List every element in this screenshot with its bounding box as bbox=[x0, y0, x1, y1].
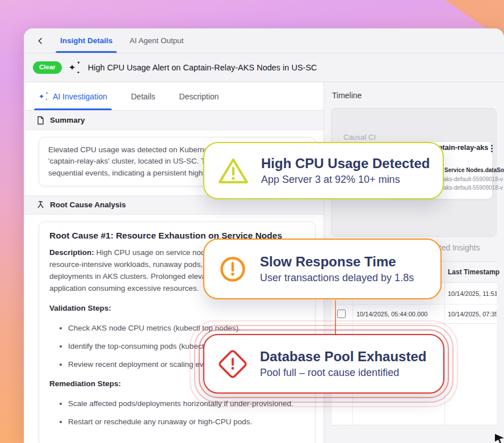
validation-steps-label: Validation Steps: bbox=[49, 303, 305, 315]
ai-sparkle-icon: ✦✦✦ bbox=[69, 61, 81, 74]
insight-title: High CPU Usage Alert on Captain-Relay-AK… bbox=[88, 63, 317, 72]
tab-label: Description bbox=[179, 92, 219, 101]
alert-connector-line bbox=[335, 300, 336, 335]
tab-label: AI Investigation bbox=[53, 92, 107, 101]
insight-header: Clear ✦✦✦ High CPU Usage Alert on Captai… bbox=[24, 53, 504, 82]
screen: Insight Details AI Agent Output Clear ✦✦… bbox=[0, 0, 504, 443]
root-cause-heading: Root Cause Analysis bbox=[50, 200, 126, 209]
first-timestamp-cell: 10/14/2025, 05:44:00.000 bbox=[356, 304, 427, 323]
last-timestamp-header: Last Timestamp bbox=[448, 262, 499, 283]
alert-subtitle: App Server 3 at 92% 10+ mins bbox=[261, 174, 430, 186]
ci-node-item: aks-default-55909018-v bbox=[443, 176, 503, 182]
timeline-heading: Timeline bbox=[332, 91, 362, 100]
tab-label: Details bbox=[131, 92, 156, 101]
remediation-step: Restart or reschedule any runaway or hig… bbox=[68, 416, 305, 428]
status-badge: Clear bbox=[33, 61, 62, 74]
table-row[interactable]: 10/14/2025, 05:44:00.000 10/14/2025, 07:… bbox=[332, 304, 497, 324]
validation-step: Check AKS node CPU metrics (kubectl top … bbox=[68, 323, 305, 334]
left-pane-tabs: ✦✦✦ AI Investigation Details Description bbox=[24, 82, 324, 111]
alert-subtitle: Pool full – root cause identified bbox=[260, 367, 426, 379]
kebab-menu-icon[interactable] bbox=[491, 145, 493, 152]
alert-card-slow-response[interactable]: Slow Response Time User transactions del… bbox=[203, 239, 442, 299]
alert-text: Slow Response Time User transactions del… bbox=[260, 254, 414, 284]
causal-ci-label: Causal CI bbox=[343, 133, 376, 141]
tab-description[interactable]: Description bbox=[175, 82, 224, 110]
analysis-icon bbox=[36, 200, 45, 209]
tab-insight-details[interactable]: Insight Details bbox=[56, 28, 117, 53]
tab-details[interactable]: Details bbox=[127, 82, 160, 110]
tab-label: Insight Details bbox=[60, 36, 112, 45]
alert-title: High CPU Usage Detected bbox=[261, 156, 430, 172]
alert-card-high-cpu[interactable]: High CPU Usage Detected App Server 3 at … bbox=[203, 142, 444, 199]
chevron-left-icon bbox=[35, 36, 45, 46]
alert-title: Database Pool Exhausted bbox=[260, 349, 426, 365]
tab-label: AI Agent Output bbox=[129, 36, 183, 45]
table-footer-area bbox=[332, 425, 497, 426]
alert-text: High CPU Usage Detected App Server 3 at … bbox=[261, 156, 430, 186]
document-icon bbox=[36, 116, 45, 125]
top-tab-bar: Insight Details AI Agent Output bbox=[24, 28, 504, 53]
ci-node-item: aks-default-55909018-v bbox=[443, 185, 503, 191]
remediation-steps-list: Scale affected pods/deployments horizont… bbox=[49, 398, 305, 428]
row-checkbox[interactable] bbox=[337, 310, 346, 318]
last-timestamp-cell: 10/14/2025, 07:35:0 bbox=[448, 304, 497, 323]
tab-ai-agent-output[interactable]: AI Agent Output bbox=[125, 28, 188, 53]
ci-node-source: Service Nodes.dataSour bbox=[444, 167, 504, 173]
alert-subtitle: User transactions delayed by 1.8s bbox=[260, 272, 414, 284]
alert-diamond-icon bbox=[218, 349, 247, 379]
alert-circle-icon bbox=[218, 254, 247, 284]
remediation-step: Scale affected pods/deployments horizont… bbox=[68, 398, 305, 409]
warning-triangle-icon bbox=[218, 157, 249, 185]
alert-title: Slow Response Time bbox=[260, 254, 414, 270]
column-separator bbox=[444, 262, 445, 425]
ai-sparkle-icon: ✦✦✦ bbox=[39, 92, 49, 101]
last-timestamp-cell: 10/14/2025, 11:51:0 bbox=[448, 283, 497, 304]
description-label: Description: bbox=[49, 248, 94, 257]
tab-ai-investigation[interactable]: ✦✦✦ AI Investigation bbox=[34, 82, 112, 110]
alert-text: Database Pool Exhausted Pool full – root… bbox=[260, 349, 426, 379]
back-button[interactable] bbox=[33, 28, 48, 53]
alert-card-db-pool[interactable]: Database Pool Exhausted Pool full – root… bbox=[203, 334, 444, 394]
summary-heading: Summary bbox=[50, 116, 85, 124]
summary-section-header: Summary bbox=[24, 111, 324, 130]
